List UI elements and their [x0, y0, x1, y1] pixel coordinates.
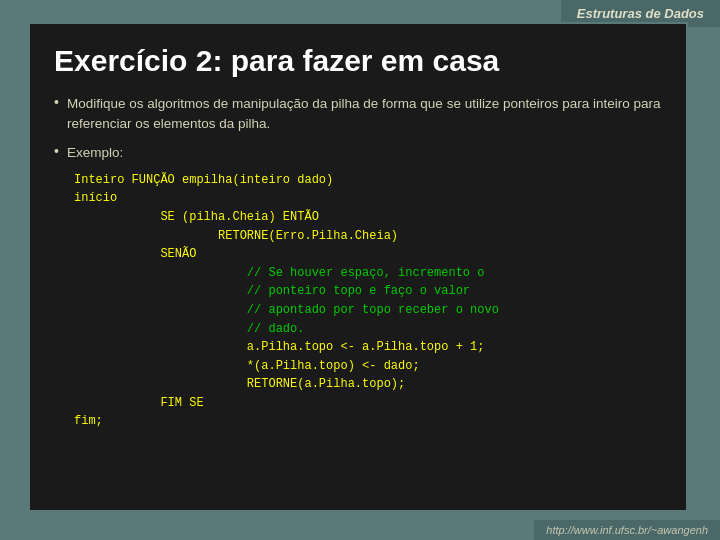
list-item: Modifique os algoritmos de manipulação d…	[54, 94, 662, 135]
bullet-text-2: Exemplo:	[67, 143, 123, 163]
code-comment-4: // dado.	[189, 322, 304, 336]
header-title: Estruturas de Dados	[577, 6, 704, 21]
footer-url: http://www.inf.ufsc.br/~awangenh	[546, 524, 708, 536]
bullet-text-1: Modifique os algoritmos de manipulação d…	[67, 94, 662, 135]
code-comment-1: // Se houver espaço, incremento o	[189, 266, 484, 280]
code-comment-3: // apontado por topo receber o novo	[189, 303, 499, 317]
code-block: Inteiro FUNÇÃO empilha(inteiro dado) iní…	[74, 171, 662, 431]
slide-title: Exercício 2: para fazer em casa	[54, 44, 662, 78]
code-line-8: RETORNE(a.Pilha.topo);	[189, 377, 405, 391]
bullet-list: Modifique os algoritmos de manipulação d…	[54, 94, 662, 163]
code-comment-2: // ponteiro topo e faço o valor	[189, 284, 470, 298]
outer-container: Estruturas de Dados Exercício 2: para fa…	[0, 0, 720, 540]
code-line-6: a.Pilha.topo <- a.Pilha.topo + 1;	[189, 340, 484, 354]
list-item: Exemplo:	[54, 143, 662, 163]
code-line-7: *(a.Pilha.topo) <- dado;	[189, 359, 419, 373]
code-line-2: início	[74, 191, 117, 205]
code-line-3: SE (pilha.Cheia) ENTÃO	[132, 210, 319, 224]
code-line-9: FIM SE	[132, 396, 204, 410]
code-line-1: Inteiro FUNÇÃO empilha(inteiro dado)	[74, 173, 333, 187]
footer-bar: http://www.inf.ufsc.br/~awangenh	[534, 520, 720, 540]
code-line-4: RETORNE(Erro.Pilha.Cheia)	[160, 229, 398, 243]
code-line-10: fim;	[74, 414, 103, 428]
slide: Exercício 2: para fazer em casa Modifiqu…	[28, 22, 688, 512]
code-line-5: SENÃO	[132, 247, 197, 261]
